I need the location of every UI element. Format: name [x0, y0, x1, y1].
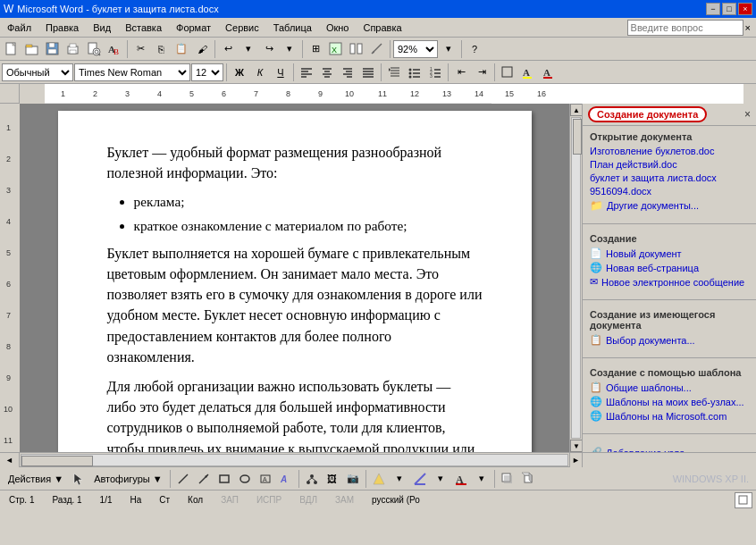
underline-button[interactable]: Ч	[271, 63, 290, 82]
open-link-more[interactable]: 📁 Другие документы...	[590, 199, 749, 212]
columns-button[interactable]	[347, 39, 366, 59]
status-zam: ЗАМ	[330, 495, 359, 505]
menu-table[interactable]: Таблица	[266, 18, 319, 37]
line-color-dropdown[interactable]: ▾	[431, 469, 450, 489]
line-spacing-button[interactable]	[384, 63, 404, 82]
actions-button[interactable]: Действия ▼	[4, 473, 68, 485]
menu-edit[interactable]: Правка	[38, 18, 86, 37]
rect-tool-button[interactable]	[214, 469, 234, 489]
h-scroll-thumb[interactable]	[21, 456, 93, 466]
help-button[interactable]: ?	[465, 39, 484, 59]
maximize-button[interactable]: □	[722, 3, 736, 15]
redo-button[interactable]: ↪	[259, 39, 279, 59]
ms-templates-link[interactable]: 🌐 Шаблоны на Microsoft.com	[590, 410, 749, 422]
preview-button[interactable]	[84, 39, 104, 59]
scroll-up-button[interactable]: ▲	[570, 104, 583, 116]
select-cursor-button[interactable]	[69, 469, 88, 489]
general-templates-link[interactable]: 📋 Общие шаблоны...	[590, 382, 749, 393]
save-button[interactable]	[43, 39, 63, 59]
font-select[interactable]: Times New Roman	[74, 63, 190, 81]
insert-table-button[interactable]: ⊞	[306, 39, 325, 59]
scroll-down-button[interactable]: ▼	[570, 440, 583, 452]
textbox-tool-button[interactable]: A	[256, 469, 275, 489]
scroll-left-btn[interactable]: ◄	[0, 453, 20, 467]
zoom-dropdown[interactable]: ▾	[439, 39, 458, 59]
zoom-select[interactable]: 92%	[393, 40, 438, 58]
new-email-link[interactable]: ✉ Новое электронное сообщение	[590, 276, 749, 288]
font-color-button[interactable]: A	[539, 63, 559, 82]
undo-dropdown[interactable]: ▾	[239, 39, 258, 59]
line-tool-button[interactable]	[173, 469, 193, 489]
open-link-1[interactable]: Изготовление буклетов.doc	[590, 146, 749, 156]
style-select[interactable]: Обычный	[2, 63, 73, 81]
unordered-list-button[interactable]	[405, 63, 424, 82]
new-webpage-link[interactable]: 🌐 Новая веб-страница	[590, 262, 749, 273]
menu-help[interactable]: Справка	[356, 18, 408, 37]
ordered-list-button[interactable]: 123	[425, 63, 445, 82]
menu-file[interactable]: Файл	[0, 18, 38, 37]
align-center-button[interactable]	[317, 63, 337, 82]
cut-button[interactable]: ✂	[130, 39, 150, 59]
paste-button[interactable]: 📋	[172, 39, 191, 59]
diagram-button[interactable]	[302, 469, 322, 489]
format-painter-button[interactable]: 🖌	[192, 39, 212, 59]
undo-button[interactable]: ↩	[218, 39, 238, 59]
font-color-dropdown2[interactable]: ▾	[472, 469, 491, 489]
side-panel-close-button[interactable]: ×	[744, 108, 751, 121]
border-button[interactable]	[498, 63, 517, 82]
search-close-icon[interactable]: ×	[745, 22, 751, 33]
open-link-4[interactable]: 9516094.docx	[590, 186, 749, 197]
scroll-right-btn[interactable]: ►	[569, 453, 582, 467]
fill-dropdown[interactable]: ▾	[390, 469, 409, 489]
clipart-button[interactable]: 🖼	[323, 469, 342, 489]
size-select[interactable]: 12	[191, 63, 223, 81]
print-button[interactable]	[63, 39, 83, 59]
autoshapes-button[interactable]: Автофигуры ▼	[89, 473, 167, 485]
menu-insert[interactable]: Вставка	[118, 18, 169, 37]
new-doc-link[interactable]: 📄 Новый документ	[590, 247, 749, 259]
open-link-2[interactable]: План действий.doc	[590, 159, 749, 170]
ellipse-tool-button[interactable]	[235, 469, 255, 489]
scroll-track[interactable]	[571, 117, 581, 439]
image-button[interactable]: 📷	[343, 469, 363, 489]
menu-view[interactable]: Вид	[86, 18, 118, 37]
align-right-button[interactable]	[338, 63, 357, 82]
line-color-btn[interactable]	[410, 469, 430, 489]
document-scroll-area[interactable]: Буклет — удобный формат размещения разно…	[20, 104, 569, 452]
menu-window[interactable]: Окно	[319, 18, 357, 37]
justify-button[interactable]	[358, 63, 378, 82]
copy-button[interactable]: ⎘	[151, 39, 171, 59]
open-button[interactable]	[22, 39, 42, 59]
italic-button[interactable]: К	[250, 63, 270, 82]
spellcheck-button[interactable]: AB	[105, 39, 124, 59]
insert-excel-button[interactable]: X	[326, 39, 346, 59]
menu-format[interactable]: Формат	[169, 18, 218, 37]
h-scroll-track[interactable]	[21, 454, 568, 466]
wordart-button[interactable]: A	[276, 469, 296, 489]
help-search-input[interactable]	[627, 20, 743, 36]
close-button[interactable]: ×	[738, 3, 752, 15]
open-link-3[interactable]: буклет и защита листа.docx	[590, 172, 749, 183]
bold-button[interactable]: Ж	[230, 63, 249, 82]
shadow-button[interactable]	[498, 469, 517, 489]
font-color-btn2[interactable]: A	[451, 469, 471, 489]
new-button[interactable]	[2, 39, 21, 59]
scroll-thumb[interactable]	[573, 119, 582, 155]
view-mode-btn[interactable]	[735, 492, 752, 508]
select-doc-link[interactable]: 📋 Выбор документа...	[590, 334, 749, 346]
3d-button[interactable]	[518, 469, 538, 489]
highlight-button[interactable]: A	[518, 63, 538, 82]
add-node-link[interactable]: 🔗 Добавление узла...	[590, 447, 749, 452]
align-left-button[interactable]	[297, 63, 316, 82]
fill-color-btn[interactable]	[369, 469, 389, 489]
redo-dropdown[interactable]: ▾	[280, 39, 299, 59]
increase-indent-button[interactable]: ⇥	[472, 63, 491, 82]
arrow-tool-button[interactable]	[194, 469, 214, 489]
web-templates-link[interactable]: 🌐 Шаблоны на моих веб-узлах...	[590, 396, 749, 407]
menu-service[interactable]: Сервис	[218, 18, 266, 37]
decrease-indent-button[interactable]: ⇤	[451, 63, 471, 82]
create-doc-button[interactable]: Создание документа	[588, 106, 707, 122]
v-scrollbar[interactable]: ▲ ▼	[569, 104, 582, 452]
minimize-button[interactable]: −	[706, 3, 720, 15]
drawing-button[interactable]	[367, 39, 387, 59]
